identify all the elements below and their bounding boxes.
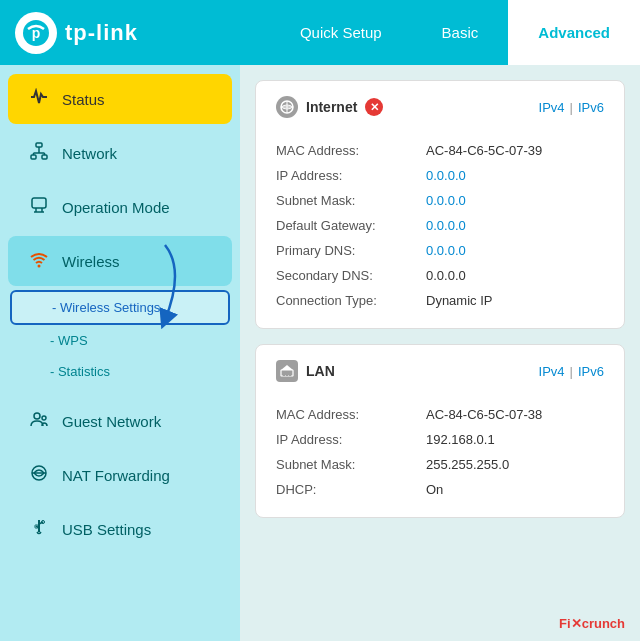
internet-row-connection-type: Connection Type: Dynamic IP: [276, 288, 604, 313]
dns2-value: 0.0.0.0: [426, 268, 466, 283]
sidebar-operation-mode-label: Operation Mode: [62, 199, 170, 216]
sidebar-wireless-label: Wireless: [62, 253, 120, 270]
tab-quick-setup[interactable]: Quick Setup: [270, 0, 412, 65]
internet-row-gateway: Default Gateway: 0.0.0.0: [276, 213, 604, 238]
sub-item-wps[interactable]: - WPS: [10, 325, 230, 356]
subnet-label: Subnet Mask:: [276, 193, 426, 208]
lan-mac-label: MAC Address:: [276, 407, 426, 422]
connection-type-value: Dynamic IP: [426, 293, 492, 308]
lan-card: LAN IPv4 | IPv6 MAC Address: AC-84-C6-5C…: [255, 344, 625, 518]
mac-label: MAC Address:: [276, 143, 426, 158]
lan-row-mac: MAC Address: AC-84-C6-5C-07-38: [276, 402, 604, 427]
guest-network-icon: [28, 410, 50, 432]
internet-row-dns2: Secondary DNS: 0.0.0.0: [276, 263, 604, 288]
sidebar-usb-settings-label: USB Settings: [62, 521, 151, 538]
svg-marker-27: [281, 365, 293, 370]
dns1-label: Primary DNS:: [276, 243, 426, 258]
watermark-text: Fi✕crunch: [559, 616, 625, 631]
internet-ipv4-link[interactable]: IPv4: [539, 100, 565, 115]
main-layout: Status Network: [0, 65, 640, 641]
internet-ip-links: IPv4 | IPv6: [539, 100, 604, 115]
tab-advanced[interactable]: Advanced: [508, 0, 640, 65]
lan-dhcp-label: DHCP:: [276, 482, 426, 497]
sidebar-guest-network-label: Guest Network: [62, 413, 161, 430]
dns2-label: Secondary DNS:: [276, 268, 426, 283]
lan-card-label: LAN: [306, 363, 335, 379]
svg-point-14: [34, 413, 40, 419]
internet-ipv6-link[interactable]: IPv6: [578, 100, 604, 115]
sidebar-nat-forwarding-label: NAT Forwarding: [62, 467, 170, 484]
gateway-value: 0.0.0.0: [426, 218, 466, 233]
pulse-icon: [28, 88, 50, 110]
lan-subnet-value: 255.255.255.0: [426, 457, 509, 472]
lan-ip-links: IPv4 | IPv6: [539, 364, 604, 379]
logo-area: p tp-link: [15, 12, 255, 54]
internet-row-mac: MAC Address: AC-84-C6-5C-07-39: [276, 138, 604, 163]
subnet-value: 0.0.0.0: [426, 193, 466, 208]
internet-error-badge: ✕: [365, 98, 383, 116]
lan-title-area: LAN: [276, 360, 335, 382]
svg-rect-9: [32, 198, 46, 208]
lan-ip-divider: |: [570, 364, 573, 379]
mac-value: AC-84-C6-5C-07-39: [426, 143, 542, 158]
network-icon: [28, 142, 50, 164]
operation-mode-icon: [28, 196, 50, 218]
wireless-sub-menu: - Wireless Settings - WPS - Statistics: [0, 290, 240, 392]
lan-subnet-label: Subnet Mask:: [276, 457, 426, 472]
nav-tabs: Quick Setup Basic Advanced: [255, 0, 640, 65]
sidebar-item-status[interactable]: Status: [8, 74, 232, 124]
internet-title-area: Internet ✕: [276, 96, 383, 118]
lan-row-dhcp: DHCP: On: [276, 477, 604, 502]
lan-ip-label: IP Address:: [276, 432, 426, 447]
internet-row-subnet: Subnet Mask: 0.0.0.0: [276, 188, 604, 213]
usb-settings-icon: [28, 518, 50, 540]
internet-row-ip: IP Address: 0.0.0.0: [276, 163, 604, 188]
svg-rect-2: [36, 143, 42, 147]
sidebar-item-guest-network[interactable]: Guest Network: [8, 396, 232, 446]
svg-rect-28: [283, 372, 285, 376]
watermark: Fi✕crunch: [559, 616, 625, 631]
globe-icon: [276, 96, 298, 118]
svg-rect-3: [31, 155, 36, 159]
lan-card-header: LAN IPv4 | IPv6: [276, 360, 604, 390]
ip-divider: |: [570, 100, 573, 115]
dns1-value: 0.0.0.0: [426, 243, 466, 258]
lan-mac-value: AC-84-C6-5C-07-38: [426, 407, 542, 422]
nat-forwarding-icon: [28, 464, 50, 486]
internet-row-dns1: Primary DNS: 0.0.0.0: [276, 238, 604, 263]
sub-item-wireless-settings[interactable]: - Wireless Settings: [10, 290, 230, 325]
lan-ipv6-link[interactable]: IPv6: [578, 364, 604, 379]
sidebar-status-label: Status: [62, 91, 105, 108]
tp-link-logo-icon: p: [15, 12, 57, 54]
sidebar: Status Network: [0, 65, 240, 641]
sidebar-item-nat-forwarding[interactable]: NAT Forwarding: [8, 450, 232, 500]
sidebar-item-operation-mode[interactable]: Operation Mode: [8, 182, 232, 232]
sidebar-item-wireless[interactable]: Wireless: [8, 236, 232, 286]
sidebar-item-usb-settings[interactable]: USB Settings: [8, 504, 232, 554]
header: p tp-link Quick Setup Basic Advanced: [0, 0, 640, 65]
svg-rect-4: [42, 155, 47, 159]
internet-card-header: Internet ✕ IPv4 | IPv6: [276, 96, 604, 126]
wifi-icon: [28, 250, 50, 272]
lan-ip-value: 192.168.0.1: [426, 432, 495, 447]
svg-point-13: [38, 265, 41, 268]
gateway-label: Default Gateway:: [276, 218, 426, 233]
internet-card: Internet ✕ IPv4 | IPv6 MAC Address: AC-8…: [255, 80, 625, 329]
logo-text: tp-link: [65, 20, 138, 46]
sidebar-network-label: Network: [62, 145, 117, 162]
lan-ipv4-link[interactable]: IPv4: [539, 364, 565, 379]
content-area: Internet ✕ IPv4 | IPv6 MAC Address: AC-8…: [240, 65, 640, 641]
ip-label: IP Address:: [276, 168, 426, 183]
svg-rect-29: [286, 372, 288, 376]
lan-dhcp-value: On: [426, 482, 443, 497]
sidebar-item-network[interactable]: Network: [8, 128, 232, 178]
svg-rect-30: [289, 372, 291, 376]
lan-row-ip: IP Address: 192.168.0.1: [276, 427, 604, 452]
ip-value: 0.0.0.0: [426, 168, 466, 183]
sub-item-statistics[interactable]: - Statistics: [10, 356, 230, 387]
lan-row-subnet: Subnet Mask: 255.255.255.0: [276, 452, 604, 477]
lan-icon: [276, 360, 298, 382]
internet-card-label: Internet: [306, 99, 357, 115]
tab-basic[interactable]: Basic: [412, 0, 509, 65]
connection-type-label: Connection Type:: [276, 293, 426, 308]
